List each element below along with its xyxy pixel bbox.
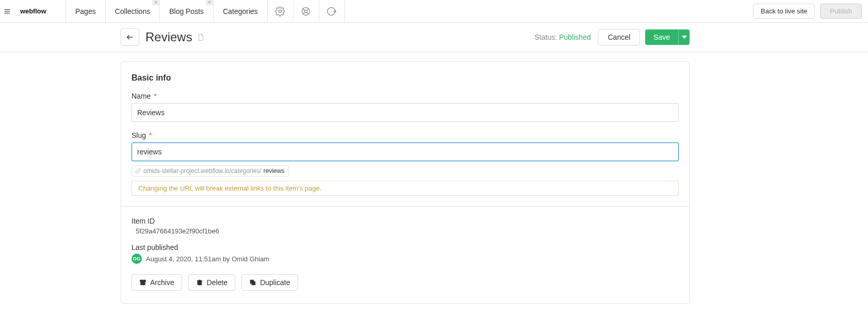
logout-button[interactable] bbox=[319, 0, 345, 22]
status-label: Status: bbox=[535, 33, 558, 41]
back-to-live-site-button[interactable]: Back to live site bbox=[753, 4, 815, 19]
top-tabs: Pages Collections × Blog Posts × Categor… bbox=[66, 0, 268, 22]
tab-pages[interactable]: Pages bbox=[66, 0, 106, 22]
url-base: omids-stellar-project.webflow.io/categor… bbox=[143, 167, 261, 175]
logout-icon bbox=[326, 6, 337, 17]
status-block: Status: Published bbox=[535, 33, 591, 41]
required-mark: * bbox=[154, 92, 156, 100]
publish-button[interactable]: Publish bbox=[820, 4, 862, 19]
page-title: Reviews bbox=[145, 30, 192, 44]
action-row: Archive Delete Duplicate bbox=[132, 274, 679, 291]
close-icon[interactable]: × bbox=[152, 0, 159, 5]
trash-icon bbox=[196, 279, 203, 286]
tab-label: Pages bbox=[75, 7, 96, 15]
item-id-label: Item ID bbox=[132, 217, 679, 225]
delete-button[interactable]: Delete bbox=[188, 274, 235, 291]
required-mark: * bbox=[149, 131, 152, 139]
link-icon bbox=[135, 168, 141, 174]
top-right-actions: Back to live site Publish bbox=[753, 0, 868, 22]
duplicate-button[interactable]: Duplicate bbox=[241, 274, 298, 291]
avatar: OG bbox=[132, 254, 142, 264]
last-published-value: August 4, 2020, 11:51am by Omid Ghiam bbox=[146, 255, 269, 263]
arrow-left-icon bbox=[126, 33, 134, 41]
tab-collections[interactable]: Collections × bbox=[106, 0, 160, 22]
save-dropdown-button[interactable] bbox=[678, 29, 690, 45]
tab-blog-posts[interactable]: Blog Posts × bbox=[160, 0, 214, 22]
status-value: Published bbox=[559, 33, 591, 41]
copy-title-button[interactable] bbox=[196, 33, 205, 42]
hamburger-icon bbox=[4, 8, 11, 15]
svg-rect-18 bbox=[250, 280, 253, 283]
svg-text:webflow: webflow bbox=[20, 7, 47, 14]
name-label: Name * bbox=[132, 92, 679, 100]
svg-marker-13 bbox=[682, 36, 687, 39]
close-icon[interactable]: × bbox=[206, 0, 213, 5]
last-published-label: Last published bbox=[132, 243, 679, 252]
webflow-logo-icon: webflow bbox=[20, 7, 60, 16]
svg-point-6 bbox=[305, 10, 307, 12]
item-editor-card: Basic info Name * Slug * omids-stellar-p… bbox=[121, 61, 690, 304]
chevron-down-icon bbox=[682, 35, 687, 40]
url-preview: omids-stellar-project.webflow.io/categor… bbox=[132, 165, 289, 177]
section-title: Basic info bbox=[132, 73, 679, 83]
url-slug: reviews bbox=[264, 167, 285, 175]
slug-input[interactable] bbox=[132, 143, 679, 161]
subheader: Reviews Status: Published Cancel Save bbox=[121, 23, 690, 52]
tab-label: Categories bbox=[223, 7, 258, 15]
document-icon bbox=[196, 33, 205, 42]
basic-info-section: Basic info Name * Slug * omids-stellar-p… bbox=[121, 62, 689, 207]
svg-line-7 bbox=[303, 8, 304, 10]
hamburger-button[interactable] bbox=[0, 0, 14, 22]
cancel-button[interactable]: Cancel bbox=[598, 29, 640, 45]
svg-point-4 bbox=[279, 10, 282, 12]
webflow-logo[interactable]: webflow bbox=[14, 0, 66, 22]
help-button[interactable] bbox=[293, 0, 319, 22]
slug-warning: Changing the URL will break external lin… bbox=[132, 181, 679, 196]
svg-line-10 bbox=[307, 8, 309, 10]
gear-icon bbox=[275, 6, 285, 17]
svg-line-8 bbox=[307, 12, 309, 14]
slug-label: Slug * bbox=[132, 131, 679, 139]
svg-rect-15 bbox=[141, 281, 145, 285]
settings-button[interactable] bbox=[268, 0, 293, 22]
top-bar: webflow Pages Collections × Blog Posts ×… bbox=[0, 0, 868, 23]
archive-button[interactable]: Archive bbox=[132, 274, 182, 291]
back-button[interactable] bbox=[121, 28, 139, 46]
save-button[interactable]: Save bbox=[645, 29, 678, 45]
metadata-section: Item ID 5f29a47664193e2f90cf1be6 Last pu… bbox=[121, 207, 689, 303]
tab-categories[interactable]: Categories bbox=[214, 0, 268, 22]
archive-icon bbox=[139, 279, 146, 286]
tab-label: Collections bbox=[115, 7, 150, 15]
save-button-group: Save bbox=[645, 29, 690, 45]
svg-line-9 bbox=[303, 12, 304, 14]
item-id-value: 5f29a47664193e2f90cf1be6 bbox=[136, 227, 679, 235]
name-input[interactable] bbox=[132, 103, 679, 122]
help-icon bbox=[301, 6, 311, 17]
tab-label: Blog Posts bbox=[169, 7, 204, 15]
duplicate-icon bbox=[249, 279, 256, 286]
